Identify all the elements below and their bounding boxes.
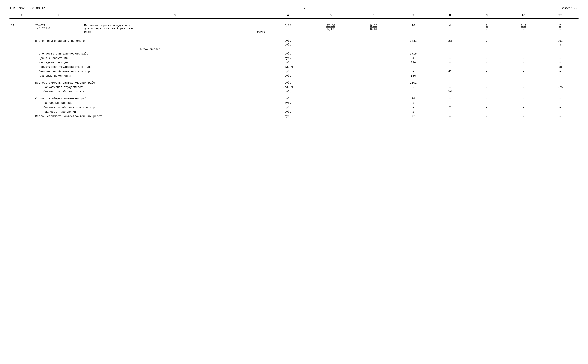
- itogo-col6: [352, 39, 395, 47]
- planovye-obsch-col11: –: [542, 110, 579, 114]
- santech-unit: руб.: [267, 52, 309, 56]
- row-34-col10-fraction: 9,3 –: [521, 24, 526, 31]
- header-right: 23517-08: [562, 6, 579, 10]
- row-34-col5-fraction: 2I,80 5,IO: [327, 24, 335, 31]
- column-headers: I 2 3 4 5 6 7 8 9 IO II: [9, 12, 579, 19]
- normativ-sub-col8: –: [432, 85, 468, 89]
- row-34-col9-fraction: I –: [486, 24, 488, 31]
- santech-col10: –: [505, 52, 542, 56]
- naklad-obsch-col7: 3: [395, 101, 432, 105]
- naklad-label: Накладные расходы: [34, 60, 267, 65]
- header-center: - 75 -: [300, 6, 311, 10]
- header-left: Т.п. 902-5-56.88 Ал.8: [9, 6, 49, 10]
- planovye-label: Плановые накопления: [34, 74, 267, 78]
- stoimost-obsch-col7: I6: [395, 96, 432, 101]
- itogo-col10: [505, 39, 542, 47]
- smetnaya-obsch-col9: –: [468, 105, 505, 110]
- naklad-col11: –: [542, 60, 579, 65]
- planovye-unit: руб.: [267, 74, 309, 78]
- main-table: I 2 3 4 5 6 7 8 9 IO II 34. I5-6II таб.I…: [9, 12, 579, 118]
- smetnaya-nr-unit: руб.: [267, 69, 309, 74]
- normativ-nr-col9: –: [468, 65, 505, 69]
- planovye-obsch-unit: руб.: [267, 110, 309, 114]
- planovye-col10: –: [505, 74, 542, 78]
- naklad-obsch-col10: –: [505, 101, 542, 105]
- normativ-sub-unit: чел.-ч: [267, 85, 309, 89]
- spacer-1: [9, 34, 579, 39]
- itogo-col9: 7 –: [468, 39, 505, 47]
- planovye-col9: –: [468, 74, 505, 78]
- row-34-col6: 0,52 0,I6: [352, 23, 395, 34]
- sdacha-col11: –: [542, 56, 579, 60]
- normativ-sub-col9: –: [468, 85, 505, 89]
- col-header-7: 7: [395, 12, 432, 19]
- itogo-col4-fraction: руб. руб.: [285, 39, 291, 46]
- itogo-col11: 26I 3: [542, 39, 579, 47]
- planovye-obsch-col9: –: [468, 110, 505, 114]
- naklad-obsch-label: Накладные расходы: [34, 101, 267, 105]
- vsego-obsch-label: Всего, стоимость общестроительных работ: [34, 114, 267, 118]
- smetnaya-nr-col8: 42: [432, 69, 468, 74]
- santech-col8: –: [432, 52, 468, 56]
- normativ-nr-label: Нормативная трудоемкость в н.р.: [34, 65, 267, 69]
- smetnaya-sub-label: Сметная заработная плата: [34, 89, 267, 94]
- header: Т.п. 902-5-56.88 Ал.8 - 75 - 23517-08: [9, 6, 579, 10]
- smetnaya-sub-row: Сметная заработная плата руб. – I93 – – …: [9, 89, 579, 94]
- naklad-col10: –: [505, 60, 542, 65]
- planovye-obsch-col8: –: [432, 110, 468, 114]
- smetnaya-obsch-unit: руб.: [267, 105, 309, 110]
- santech-label: Стоимость сантехнических работ: [34, 52, 267, 56]
- smetnaya-nr-col10: –: [505, 69, 542, 74]
- row-34-col11: 7 –: [542, 23, 579, 34]
- normativ-sub-col11: 275: [542, 85, 579, 89]
- planovye-obsch-col7: 2: [395, 110, 432, 114]
- naklad-row: Накладные расходы руб. 230 – – – –: [9, 60, 579, 65]
- itogo-sub-spacer: [267, 47, 579, 52]
- smetnaya-sub-col10: –: [505, 89, 542, 94]
- vsego-santech-row: Всего,стоимость сантехнических работ руб…: [9, 81, 579, 85]
- planovye-obsch-col10: –: [505, 110, 542, 114]
- vsego-santech-unit: руб.: [267, 81, 309, 85]
- naklad-col7: 230: [395, 60, 432, 65]
- itogo-sub-col1: [9, 47, 34, 52]
- stoimost-obsch-label: Стоимость общестроительных работ: [34, 96, 267, 101]
- normativ-nr-col11: I8: [542, 65, 579, 69]
- sdacha-col7: 4: [395, 56, 432, 60]
- row-34-data: 34. I5-6II таб.I64-I Масляная окраска во…: [9, 23, 579, 34]
- itogo-col5: [309, 39, 352, 47]
- santech-col9: –: [468, 52, 505, 56]
- santech-col11: –: [542, 52, 579, 56]
- col-header-4: 4: [267, 12, 309, 19]
- row-34-desc-line2: дов и переходов за I раз сна-: [84, 27, 265, 30]
- row-34-col9-num: I: [486, 24, 488, 28]
- smetnaya-obsch-col7: –: [395, 105, 432, 110]
- row-34-col6-fraction: 0,52 0,I6: [370, 24, 377, 31]
- smetnaya-sub-col8: I93: [432, 89, 468, 94]
- vsego-obsch-row: Всего, стоимость общестроительных работ …: [9, 114, 579, 118]
- row-34-col10-num: 9,3: [521, 24, 526, 28]
- vsego-obsch-col9: –: [468, 114, 505, 118]
- vsego-obsch-unit: руб.: [267, 114, 309, 118]
- col-header-6: 6: [352, 12, 395, 19]
- row-34-col6-den: 0,I6: [370, 28, 377, 31]
- stoimost-obsch-unit: руб.: [267, 96, 309, 101]
- spacer-3: [9, 94, 579, 96]
- vsego-santech-col10: –: [505, 81, 542, 85]
- planovye-col11: –: [542, 74, 579, 78]
- stoimost-obsch-col11: –: [542, 96, 579, 101]
- naklad-obsch-unit: руб.: [267, 101, 309, 105]
- row-34-desc-line1: Масляная окраска воздухово-: [84, 24, 265, 27]
- sdacha-label: Сдача и испытание: [34, 56, 267, 60]
- planovye-row: Плановые накопления руб. I56 – – – –: [9, 74, 579, 78]
- planovye-obsch-label: Плановые накопления: [34, 110, 267, 114]
- sdacha-col10: –: [505, 56, 542, 60]
- smetnaya-sub-unit: руб.: [267, 89, 309, 94]
- naklad-col8: –: [432, 60, 468, 65]
- normativ-sub-col10: –: [505, 85, 542, 89]
- naklad-obsch-col9: –: [468, 101, 505, 105]
- vsego-santech-col11: –: [542, 81, 579, 85]
- vsego-obsch-col10: –: [505, 114, 542, 118]
- row-34-col9: I –: [468, 23, 505, 34]
- smetnaya-nr-col11: –: [542, 69, 579, 74]
- sdacha-row: Сдача и испытание руб. 4 – – – –: [9, 56, 579, 60]
